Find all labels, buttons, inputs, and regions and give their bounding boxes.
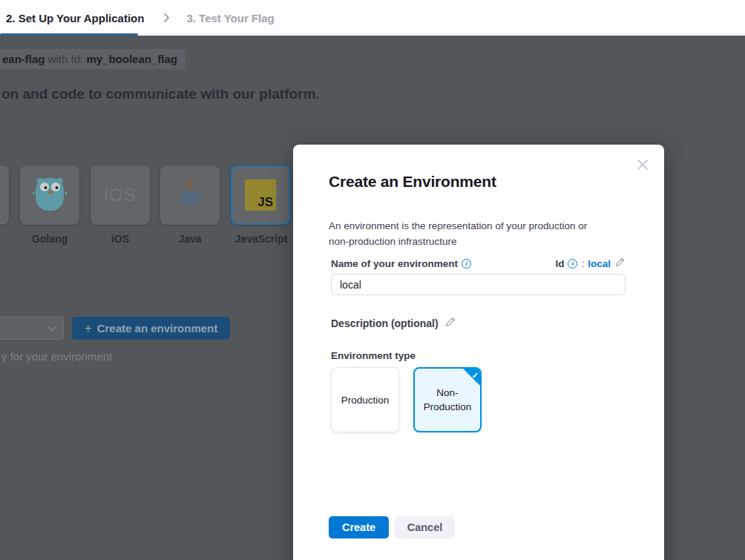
check-icon: ✓ [472,369,479,383]
environment-select[interactable] [0,317,64,340]
page: { "icons": { "plus": "+", "check": "✓", … [0,0,745,560]
sdk-tile-java[interactable] [160,165,220,225]
env-type-card-production[interactable]: Production [331,367,399,432]
plus-icon: + [85,322,92,335]
tab-setup-application[interactable]: 2. Set Up Your Application [0,0,150,36]
sdk-label-javascript: JavaScript [235,233,288,245]
create-environment-modal: Create an Environment An environment is … [293,145,664,560]
description-label-row: Description (optional) [331,316,456,331]
chevron-down-icon [47,322,56,335]
env-type-card-non-production-selected[interactable]: Non-Production ✓ [413,367,482,432]
sdk-label-golang: Golang [32,233,68,245]
id-separator: : [581,258,584,269]
name-field-label: Name of your environment [331,258,458,269]
flag-id-badge: ean-flag with Id: my_boolean_flag [0,49,186,69]
environment-name-input[interactable] [331,274,626,295]
edit-description-pencil-icon[interactable] [444,316,456,331]
sdk-tile-ios[interactable]: iOS [91,165,150,225]
description-optional-label: Description (optional) [331,317,439,329]
flag-badge-middle: with Id: [45,53,87,65]
id-label: Id [555,258,564,269]
id-info-icon[interactable]: i [568,259,577,269]
info-icon[interactable]: i [462,259,471,269]
cancel-button[interactable]: Cancel [395,516,455,538]
flag-name-fragment: ean-flag [2,53,45,65]
sdk-label-ios: iOS [111,233,129,245]
flag-id-value: my_boolean_flag [86,53,177,65]
tab-test-your-flag[interactable]: 3. Test Your Flag [186,12,274,24]
create-environment-button-label: Create an environment [97,322,218,335]
tab-setup-application-label: 2. Set Up Your Application [6,12,144,24]
selected-corner: ✓ [460,368,481,389]
js-glyph: JS [257,195,273,210]
edit-id-pencil-icon[interactable] [614,257,626,271]
production-card-label: Production [341,393,390,407]
golang-gopher-icon [33,174,67,216]
ios-logo-icon: iOS [104,185,136,205]
sdk-tile-partial[interactable] [0,165,9,225]
create-environment-button[interactable]: + Create an environment [72,317,230,340]
name-label-row: Name of your environment i Id i : local [331,257,626,270]
java-cup-icon [174,177,206,214]
javascript-logo-icon: JS [245,179,276,211]
tab-test-your-flag-label: 3. Test Your Flag [186,12,274,24]
modal-description: An environment is the representation of … [329,218,609,249]
id-value-link[interactable]: local [588,258,611,269]
non-production-card-label: Non-Production [421,386,473,414]
environment-type-label: Environment type [331,350,416,361]
modal-title: Create an Environment [329,173,496,191]
sdk-label-java: Java [178,233,201,245]
wizard-tab-bar: 2. Set Up Your Application 3. Test Your … [0,0,745,36]
create-button[interactable]: Create [329,516,389,538]
setup-section-heading: on and code to communicate with our plat… [1,86,320,102]
close-icon[interactable] [636,158,649,171]
sdk-tile-javascript-selected[interactable]: JS [231,165,290,225]
chevron-right-icon [163,13,170,23]
environment-hint-text: y for your environment [1,350,112,363]
sdk-tile-golang[interactable] [20,165,79,225]
